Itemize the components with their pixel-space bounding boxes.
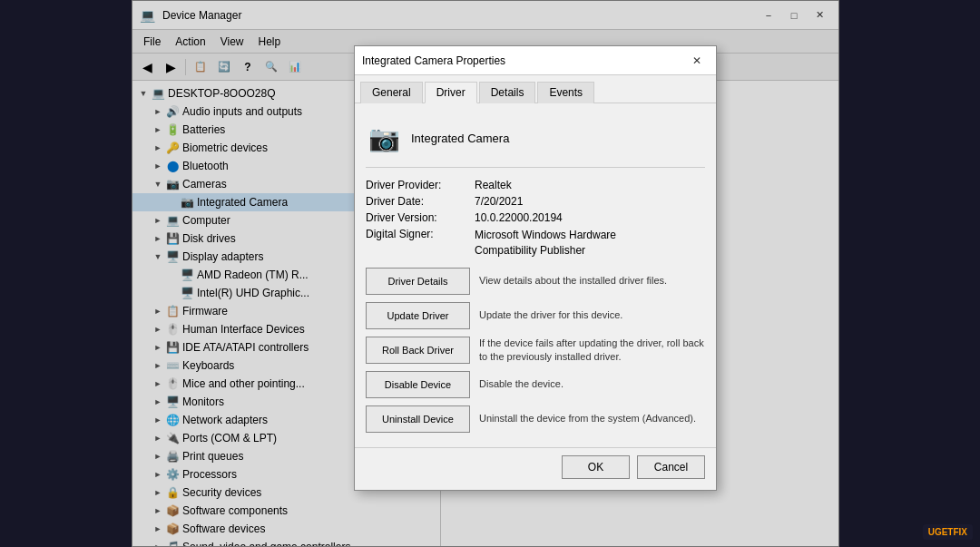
- driver-signer-value: Microsoft Windows Hardware Compatibility…: [475, 228, 674, 259]
- cancel-button[interactable]: Cancel: [637, 455, 705, 479]
- dialog-tabs: General Driver Details Events: [355, 75, 716, 103]
- dialog-overlay: Integrated Camera Properties ✕ General D…: [0, 0, 980, 547]
- driver-signer-label: Digital Signer:: [366, 228, 475, 259]
- uninstall-device-row: Uninstall Device Uninstall the device fr…: [366, 405, 705, 433]
- driver-info-table: Driver Provider: Realtek Driver Date: 7/…: [366, 179, 705, 259]
- driver-details-row: Driver Details View details about the in…: [366, 268, 705, 295]
- uninstall-device-desc: Uninstall the device from the system (Ad…: [479, 412, 696, 425]
- device-icon-large: 📷: [366, 120, 402, 156]
- driver-version-value: 10.0.22000.20194: [475, 211, 563, 224]
- disable-device-desc: Disable the device.: [479, 377, 564, 390]
- update-driver-row: Update Driver Update the driver for this…: [366, 302, 705, 329]
- driver-version-label: Driver Version:: [366, 211, 475, 224]
- branding-text: UGET: [928, 527, 954, 537]
- dialog-content: 📷 Integrated Camera Driver Provider: Rea…: [355, 103, 716, 444]
- device-name-large: Integrated Camera: [411, 132, 509, 145]
- ok-button[interactable]: OK: [562, 455, 630, 479]
- disable-device-row: Disable Device Disable the device.: [366, 371, 705, 398]
- driver-buttons: Driver Details View details about the in…: [366, 268, 705, 433]
- driver-provider-value: Realtek: [475, 179, 512, 191]
- driver-provider-label: Driver Provider:: [366, 179, 475, 191]
- rollback-driver-row: Roll Back Driver If the device fails aft…: [366, 337, 705, 364]
- branding-badge: UGETFIX: [923, 524, 973, 540]
- driver-details-button[interactable]: Driver Details: [366, 268, 470, 295]
- uninstall-device-button[interactable]: Uninstall Device: [366, 405, 470, 433]
- tab-driver[interactable]: Driver: [425, 82, 477, 103]
- driver-signer-row: Digital Signer: Microsoft Windows Hardwa…: [366, 228, 705, 259]
- dialog-close-button[interactable]: ✕: [685, 51, 709, 71]
- disable-device-button[interactable]: Disable Device: [366, 371, 470, 398]
- driver-date-row: Driver Date: 7/20/2021: [366, 195, 705, 208]
- dialog-title: Integrated Camera Properties: [362, 54, 505, 67]
- dialog-title-bar: Integrated Camera Properties ✕: [355, 46, 716, 75]
- driver-date-label: Driver Date:: [366, 195, 475, 208]
- tab-general[interactable]: General: [360, 82, 423, 103]
- rollback-driver-button[interactable]: Roll Back Driver: [366, 337, 470, 364]
- driver-version-row: Driver Version: 10.0.22000.20194: [366, 211, 705, 224]
- driver-provider-row: Driver Provider: Realtek: [366, 179, 705, 191]
- tab-details[interactable]: Details: [479, 82, 536, 103]
- driver-date-value: 7/20/2021: [475, 195, 523, 208]
- update-driver-button[interactable]: Update Driver: [366, 302, 470, 329]
- camera-properties-dialog: Integrated Camera Properties ✕ General D…: [354, 45, 717, 491]
- device-header: 📷 Integrated Camera: [366, 114, 705, 168]
- branding-highlight: FIX: [953, 527, 967, 537]
- driver-details-desc: View details about the installed driver …: [479, 274, 667, 287]
- dialog-footer: OK Cancel: [355, 447, 716, 490]
- rollback-driver-desc: If the device fails after updating the d…: [479, 337, 705, 363]
- tab-events[interactable]: Events: [537, 82, 594, 103]
- update-driver-desc: Update the driver for this device.: [479, 308, 622, 321]
